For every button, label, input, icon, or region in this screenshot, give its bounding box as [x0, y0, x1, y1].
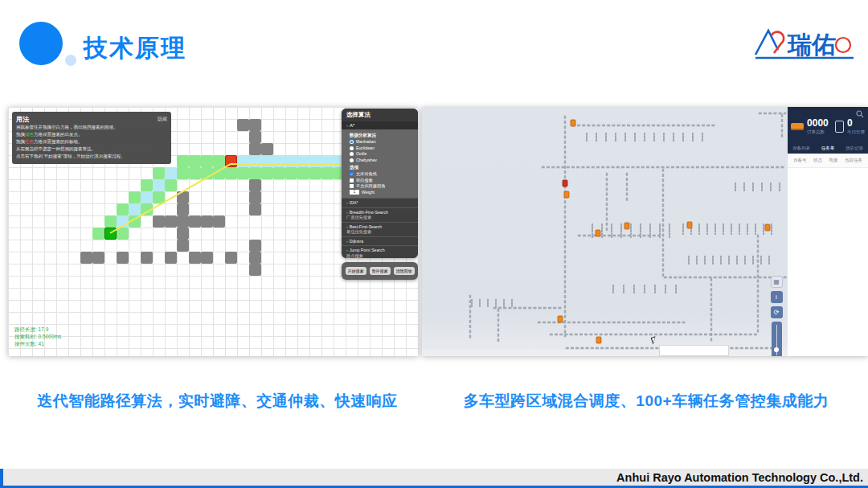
explored-cell[interactable]	[153, 167, 165, 179]
pause-search-button[interactable]: 暂停搜索	[370, 267, 391, 275]
wall-cell[interactable]	[225, 252, 237, 264]
wall-cell[interactable]	[201, 215, 213, 228]
wall-cell[interactable]	[249, 143, 261, 155]
explored-cell[interactable]	[261, 167, 273, 179]
traced-cell[interactable]	[249, 155, 261, 167]
wall-cell[interactable]	[201, 252, 213, 264]
algorithm-item[interactable]: ›Jump Point Search跳点搜索	[342, 245, 418, 258]
start-search-button[interactable]: 开始搜索	[346, 267, 366, 275]
explored-cell[interactable]	[129, 215, 141, 228]
explored-cell[interactable]	[165, 179, 177, 191]
wall-cell[interactable]	[165, 215, 177, 228]
explored-cell[interactable]	[225, 167, 237, 179]
wall-cell[interactable]	[153, 215, 165, 228]
zoom-slider[interactable]	[772, 322, 782, 356]
explored-cell[interactable]	[321, 167, 334, 179]
traced-cell[interactable]	[153, 179, 165, 191]
wall-cell[interactable]	[249, 131, 261, 143]
explored-cell[interactable]	[309, 167, 321, 179]
wall-cell[interactable]	[165, 252, 177, 264]
explored-cell[interactable]	[129, 191, 141, 203]
algorithm-item[interactable]: ›Breadth-First-Search广度优先搜索	[342, 207, 418, 222]
explored-cell[interactable]	[141, 203, 153, 215]
wall-cell[interactable]	[92, 252, 104, 264]
traced-cell[interactable]	[117, 215, 129, 228]
wall-cell[interactable]	[213, 215, 225, 228]
vehicle-marker[interactable]	[687, 222, 692, 228]
vehicle-marker[interactable]	[564, 191, 569, 198]
vehicle-marker[interactable]	[765, 224, 770, 231]
tab-history[interactable]: 历史记录	[845, 146, 863, 151]
vehicle-marker[interactable]	[624, 223, 629, 229]
wall-cell[interactable]	[177, 203, 189, 215]
algorithm-item[interactable]: ›Dijkstra	[342, 236, 418, 246]
wall-cell[interactable]	[189, 252, 201, 264]
weight-input[interactable]: 1	[350, 190, 359, 195]
refresh-button[interactable]: ⟳	[771, 306, 783, 318]
explored-cell[interactable]	[213, 155, 225, 167]
explored-cell[interactable]	[249, 167, 261, 179]
explored-cell[interactable]	[189, 155, 201, 167]
wall-cell[interactable]	[249, 264, 261, 276]
goal-cell[interactable]	[225, 155, 237, 167]
search-option[interactable]: ✓允许对角线	[350, 171, 413, 178]
alert-marker[interactable]	[563, 180, 567, 187]
heuristic-option[interactable]: Octile	[350, 151, 413, 158]
wall-cell[interactable]	[249, 203, 261, 215]
info-button[interactable]: i	[771, 291, 783, 303]
explored-cell[interactable]	[153, 191, 165, 203]
explored-cell[interactable]	[297, 167, 309, 179]
search-option[interactable]: 不允许跨越拐角	[350, 183, 413, 190]
wall-cell[interactable]	[249, 240, 261, 252]
heuristic-option[interactable]: Euclidean	[350, 146, 413, 152]
layers-button[interactable]: ▦	[771, 276, 783, 288]
wall-cell[interactable]	[177, 191, 189, 203]
traced-cell[interactable]	[309, 155, 321, 167]
explored-cell[interactable]	[285, 167, 297, 179]
explored-cell[interactable]	[117, 228, 129, 240]
wall-cell[interactable]	[80, 252, 92, 264]
explored-cell[interactable]	[273, 167, 285, 179]
explored-cell[interactable]	[237, 167, 249, 179]
traced-cell[interactable]	[321, 155, 334, 167]
vehicle-marker[interactable]	[596, 337, 601, 343]
traced-cell[interactable]	[297, 155, 309, 167]
start-cell[interactable]	[104, 228, 117, 240]
explored-cell[interactable]	[189, 167, 201, 179]
clear-walls-button[interactable]: 清除围墙	[394, 267, 415, 275]
explored-cell[interactable]	[201, 167, 213, 179]
wall-cell[interactable]	[141, 252, 153, 264]
vehicle-marker[interactable]	[571, 120, 575, 126]
hide-link[interactable]: 隐藏	[158, 116, 167, 123]
wall-cell[interactable]	[237, 119, 249, 131]
route-map[interactable]	[422, 107, 788, 356]
explored-cell[interactable]	[213, 167, 225, 179]
tab-devices[interactable]: 设备列表	[792, 146, 810, 151]
wall-cell[interactable]	[177, 240, 189, 252]
explored-cell[interactable]	[117, 203, 129, 215]
traced-cell[interactable]	[129, 203, 141, 215]
wall-cell[interactable]	[261, 143, 273, 155]
wall-cell[interactable]	[249, 119, 261, 131]
explored-cell[interactable]	[177, 167, 189, 179]
wall-cell[interactable]	[249, 179, 261, 191]
algorithm-item-astar[interactable]: ›A*	[342, 121, 418, 129]
traced-cell[interactable]	[285, 155, 297, 167]
traced-cell[interactable]	[141, 191, 153, 203]
search-option[interactable]: 双向搜索	[350, 178, 413, 184]
traced-cell[interactable]	[273, 155, 285, 167]
algorithm-item[interactable]: ›IDA*	[342, 198, 418, 207]
traced-cell[interactable]	[261, 155, 273, 167]
explored-cell[interactable]	[177, 155, 189, 167]
search-icon[interactable]	[856, 110, 864, 118]
heuristic-option[interactable]: Manhattan	[350, 139, 413, 146]
wall-cell[interactable]	[189, 215, 201, 228]
wall-cell[interactable]	[117, 252, 129, 264]
vehicle-marker[interactable]	[558, 316, 563, 322]
vehicle-marker[interactable]	[596, 230, 600, 236]
algorithm-item[interactable]: ›Best-First-Search最佳优先搜索	[342, 222, 418, 236]
wall-cell[interactable]	[177, 228, 189, 240]
wall-cell[interactable]	[249, 191, 261, 203]
tab-tasks[interactable]: 任务单	[821, 146, 835, 151]
explored-cell[interactable]	[104, 215, 117, 228]
